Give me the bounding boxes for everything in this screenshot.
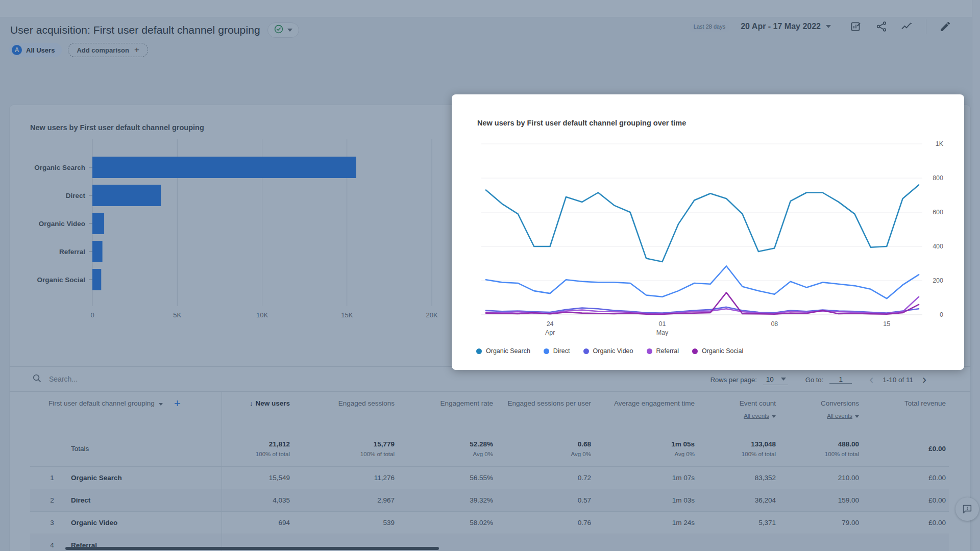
prev-page-button[interactable]: ‹ xyxy=(869,373,873,386)
legend-item[interactable]: Referral xyxy=(647,347,679,355)
check-circle-icon xyxy=(274,24,283,36)
search-input[interactable] xyxy=(49,375,263,383)
report-table: First user default channel grouping+↓New… xyxy=(30,392,949,551)
column-header[interactable]: ↓New users xyxy=(222,392,293,432)
column-header[interactable]: Average engagement time xyxy=(594,392,698,432)
vertical-scrollbar-track[interactable] xyxy=(972,0,980,551)
next-page-button[interactable]: › xyxy=(922,373,926,386)
metric-cell: 694 xyxy=(222,511,293,534)
column-header-label: Total revenue xyxy=(904,399,946,408)
svg-text:400: 400 xyxy=(933,243,943,250)
legend-label: Referral xyxy=(656,347,679,355)
insights-icon[interactable] xyxy=(900,20,914,33)
metric-cell: £0.00 xyxy=(862,466,949,489)
legend-dot-icon xyxy=(583,348,589,354)
totals-cell: 21,812100% of total xyxy=(222,432,293,466)
svg-text:200: 200 xyxy=(933,277,943,284)
edit-pencil-icon[interactable] xyxy=(939,20,952,33)
metric-cell: 79.00 xyxy=(779,511,862,534)
horizontal-scrollbar-thumb[interactable] xyxy=(65,547,439,550)
channel-name: Organic Search xyxy=(71,474,122,482)
table-row: 2Direct4,0352,96739.32%0.571m 03s36,2041… xyxy=(30,489,949,511)
rows-per-page-label: Rows per page: xyxy=(710,376,757,384)
table-toolbar: Rows per page: 10 Go to: ‹ 1-10 of 11 › xyxy=(10,366,970,392)
column-header[interactable]: Total revenue xyxy=(862,392,949,432)
goto-label: Go to: xyxy=(805,376,823,384)
legend-dot-icon xyxy=(544,348,549,354)
rows-per-page-select[interactable]: 10 xyxy=(763,374,788,385)
column-header-label: Engaged sessions xyxy=(338,399,395,408)
svg-text:15: 15 xyxy=(883,320,890,328)
svg-text:5K: 5K xyxy=(173,311,181,319)
line-chart: 02004006008001K24Apr01May0815 xyxy=(452,94,964,370)
segment-chip-all-users[interactable]: A All Users xyxy=(9,43,62,57)
events-filter-link[interactable]: All events xyxy=(698,411,776,420)
search-icon xyxy=(32,373,42,385)
column-header[interactable]: Engaged sessions xyxy=(293,392,398,432)
legend-dot-icon xyxy=(476,348,482,354)
metric-cell: 36,204 xyxy=(698,489,779,511)
share-icon[interactable] xyxy=(875,20,888,33)
legend-item[interactable]: Organic Video xyxy=(583,347,633,355)
column-header[interactable]: First user default channel grouping+ xyxy=(30,392,222,432)
date-range-picker[interactable]: 20 Apr - 17 May 2022 xyxy=(741,22,831,31)
column-header[interactable]: Event countAll events xyxy=(698,392,779,432)
date-range-text: 20 Apr - 17 May 2022 xyxy=(741,22,821,31)
chevron-down-icon xyxy=(772,415,776,418)
legend-item[interactable]: Direct xyxy=(544,347,570,355)
segment-label: All Users xyxy=(26,46,55,54)
legend-label: Direct xyxy=(553,347,570,355)
metric-cell: 0.57 xyxy=(496,489,594,511)
app-top-bar xyxy=(0,0,980,17)
svg-text:0: 0 xyxy=(90,311,94,319)
chart-edit-icon[interactable] xyxy=(849,20,863,33)
events-filter-link[interactable]: All events xyxy=(779,411,859,420)
metric-cell: 1m 03s xyxy=(594,489,698,511)
metric-cell: 1m 24s xyxy=(594,511,698,534)
pagination-range: 1-10 of 11 xyxy=(883,376,913,384)
column-header[interactable]: ConversionsAll events xyxy=(779,392,862,432)
segment-avatar: A xyxy=(12,45,22,55)
svg-text:1K: 1K xyxy=(936,140,944,147)
goto-page-input[interactable] xyxy=(829,375,852,384)
legend-label: Organic Video xyxy=(593,347,633,355)
totals-cell: 133,048100% of total xyxy=(698,432,779,466)
svg-text:Organic Search: Organic Search xyxy=(34,164,85,171)
legend-item[interactable]: Organic Search xyxy=(476,347,530,355)
totals-cell: 1m 05sAvg 0% xyxy=(594,432,698,466)
metric-cell: 15,549 xyxy=(222,466,293,489)
column-header-label: Conversions xyxy=(821,399,859,408)
add-comparison-label: Add comparison xyxy=(77,46,129,54)
column-header-label: Average engagement time xyxy=(614,399,695,408)
totals-cell: £0.00 xyxy=(862,432,949,466)
svg-text:15K: 15K xyxy=(341,311,353,319)
metric-cell xyxy=(496,534,594,551)
column-header[interactable]: Engagement rate xyxy=(398,392,496,432)
column-header-label: New users xyxy=(255,399,290,408)
ga4-report-page: User acquisition: First user default cha… xyxy=(0,0,980,551)
metric-cell xyxy=(862,534,949,551)
chart-legend: Organic SearchDirectOrganic VideoReferra… xyxy=(476,347,743,355)
feedback-button[interactable] xyxy=(955,497,979,521)
legend-dot-icon xyxy=(647,348,652,354)
legend-item[interactable]: Organic Social xyxy=(692,347,743,355)
table-row: 3Organic Video69453958.02%0.761m 24s5,37… xyxy=(30,511,949,534)
page-title: User acquisition: First user default cha… xyxy=(10,24,260,36)
report-status-dropdown[interactable] xyxy=(267,22,299,38)
totals-cell: 15,779100% of total xyxy=(293,432,398,466)
svg-text:Referral: Referral xyxy=(59,248,85,256)
svg-text:600: 600 xyxy=(933,209,943,216)
channel-name: Direct xyxy=(71,496,90,504)
metric-cell: 1m 07s xyxy=(594,466,698,489)
add-dimension-button[interactable]: + xyxy=(174,399,181,408)
totals-label: Totals xyxy=(30,432,222,466)
metric-cell: 58.02% xyxy=(398,511,496,534)
add-comparison-button[interactable]: Add comparison + xyxy=(68,43,148,57)
chevron-down-icon xyxy=(826,25,831,28)
metric-cell: 39.32% xyxy=(398,489,496,511)
totals-cell: 52.28%Avg 0% xyxy=(398,432,496,466)
column-header[interactable]: Engaged sessions per user xyxy=(496,392,594,432)
legend-dot-icon xyxy=(692,348,698,354)
row-number: 2 xyxy=(48,496,56,504)
svg-text:Organic Video: Organic Video xyxy=(39,220,85,228)
